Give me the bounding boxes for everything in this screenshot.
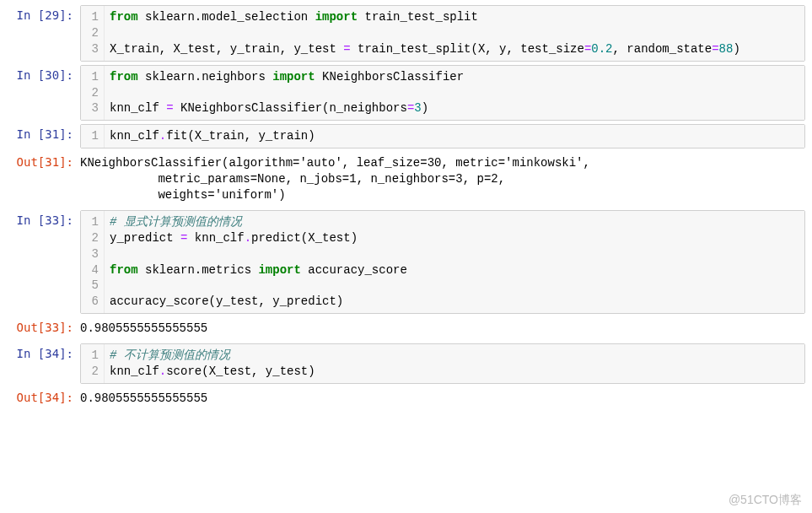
code-token: import — [315, 10, 358, 24]
output-text: 0.9805555555555555 — [80, 317, 812, 340]
notebook-container: In [29]:1 2 3from sklearn.model_selectio… — [0, 3, 812, 412]
code-input-area[interactable]: 1 2 3 4 5 6# 显式计算预测值的情况 y_predict = knn_… — [80, 210, 805, 314]
code-token: from — [110, 70, 138, 84]
code-input-area[interactable]: 1knn_clf.fit(X_train, y_train) — [80, 124, 805, 148]
in-prompt: In [30]: — [0, 65, 80, 122]
code-token: . — [159, 364, 166, 378]
line-number-gutter: 1 2 3 — [81, 66, 105, 121]
code-token: . — [159, 129, 166, 143]
code-token: 3 — [414, 101, 421, 115]
code-editor[interactable]: from sklearn.model_selection import trai… — [105, 6, 804, 61]
code-input-area[interactable]: 1 2 3from sklearn.model_selection import… — [80, 5, 805, 62]
input-cell: In [34]:1 2# 不计算预测值的情况 knn_clf.score(X_t… — [0, 342, 812, 386]
code-token: # 不计算预测值的情况 — [110, 348, 230, 362]
output-text: KNeighborsClassifier(algorithm='auto', l… — [80, 152, 812, 207]
code-token: # 显式计算预测值的情况 — [110, 215, 242, 229]
code-token: = — [180, 231, 187, 245]
code-token: = — [712, 42, 718, 56]
code-editor[interactable]: from sklearn.neighbors import KNeighbors… — [105, 66, 804, 121]
line-number-gutter: 1 2 3 — [81, 6, 105, 61]
line-number-gutter: 1 2 3 4 5 6 — [81, 211, 105, 313]
code-editor[interactable]: # 显式计算预测值的情况 y_predict = knn_clf.predict… — [105, 211, 804, 313]
out-prompt: Out[34]: — [0, 387, 80, 410]
input-cell: In [31]:1knn_clf.fit(X_train, y_train) — [0, 122, 812, 150]
out-prompt: Out[31]: — [0, 152, 80, 207]
output-cell: Out[33]:0.9805555555555555 — [0, 316, 812, 342]
code-token: import — [272, 70, 315, 84]
code-token: . — [245, 231, 251, 245]
line-number-gutter: 1 2 — [81, 344, 105, 383]
output-text: 0.9805555555555555 — [80, 387, 812, 410]
code-token: 0.2 — [591, 42, 612, 56]
code-editor[interactable]: # 不计算预测值的情况 knn_clf.score(X_test, y_test… — [105, 344, 804, 383]
input-cell: In [33]:1 2 3 4 5 6# 显式计算预测值的情况 y_predic… — [0, 208, 812, 316]
code-token: from — [110, 263, 138, 277]
in-prompt: In [29]: — [0, 5, 80, 62]
output-cell: Out[34]:0.9805555555555555 — [0, 386, 812, 412]
in-prompt: In [33]: — [0, 210, 80, 314]
in-prompt: In [31]: — [0, 124, 80, 148]
input-cell: In [29]:1 2 3from sklearn.model_selectio… — [0, 3, 812, 63]
code-input-area[interactable]: 1 2# 不计算预测值的情况 knn_clf.score(X_test, y_t… — [80, 343, 805, 384]
out-prompt: Out[33]: — [0, 317, 80, 340]
input-cell: In [30]:1 2 3from sklearn.neighbors impo… — [0, 63, 812, 123]
code-token: = — [166, 101, 173, 115]
in-prompt: In [34]: — [0, 343, 80, 384]
code-input-area[interactable]: 1 2 3from sklearn.neighbors import KNeig… — [80, 65, 805, 122]
code-token: 88 — [719, 42, 734, 56]
line-number-gutter: 1 — [81, 125, 105, 148]
code-editor[interactable]: knn_clf.fit(X_train, y_train) — [105, 125, 804, 148]
code-token: = — [343, 42, 350, 56]
code-token: import — [258, 263, 300, 277]
output-cell: Out[31]:KNeighborsClassifier(algorithm='… — [0, 150, 812, 208]
code-token: from — [110, 10, 138, 24]
